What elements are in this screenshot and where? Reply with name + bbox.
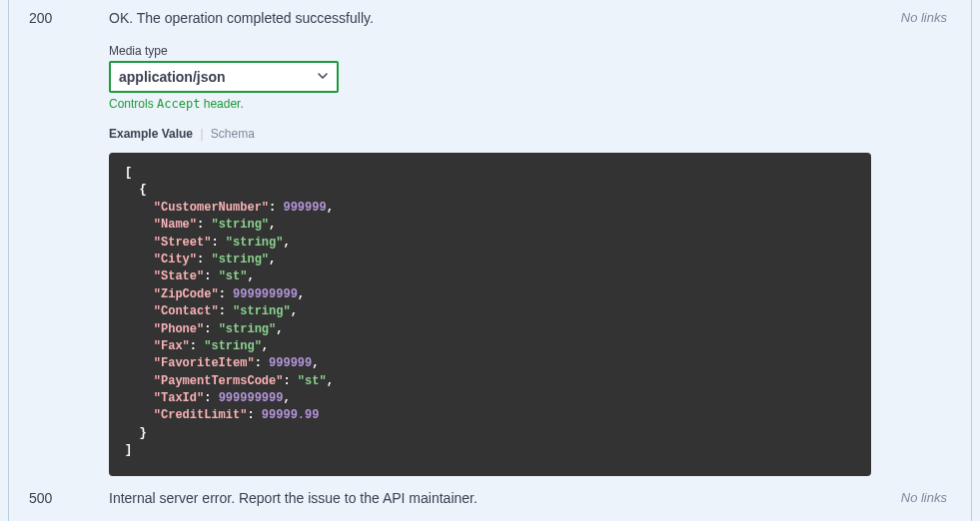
tab-schema[interactable]: Schema (211, 127, 255, 143)
status-code: 500 (9, 490, 109, 521)
response-body: Internal server error. Report the issue … (109, 490, 971, 521)
links-cell: No links (867, 10, 947, 25)
tab-example-value[interactable]: Example Value (109, 127, 193, 143)
example-code-block: [ { "CustomerNumber": 999999, "Name": "s… (109, 153, 871, 476)
media-type-label: Media type (109, 44, 871, 58)
links-cell: No links (867, 490, 947, 505)
response-description: Internal server error. Report the issue … (109, 490, 871, 506)
response-row-500: 500 No links Internal server error. Repo… (9, 476, 971, 521)
response-description: OK. The operation completed successfully… (109, 10, 871, 26)
tab-separator: | (200, 127, 203, 141)
example-schema-tabs: Example Value | Schema (109, 127, 871, 141)
media-type-select[interactable]: application/json (109, 61, 339, 93)
status-code: 200 (9, 10, 109, 476)
media-type-select-wrap: application/json (109, 61, 339, 93)
response-row-200: 200 No links OK. The operation completed… (9, 0, 971, 476)
response-body: OK. The operation completed successfully… (109, 10, 971, 476)
media-type-hint: Controls Accept header. (109, 97, 871, 111)
responses-panel: 200 No links OK. The operation completed… (8, 0, 972, 521)
